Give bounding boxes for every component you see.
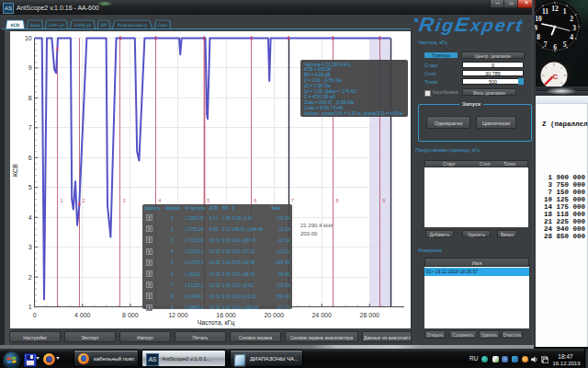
svg-text:1: 1: [563, 7, 567, 16]
svg-text:7: 7: [544, 40, 548, 49]
svg-text:21 290.4 kHz: 21 290.4 kHz: [300, 223, 333, 228]
svg-text:9: 9: [28, 64, 32, 71]
svg-text:3: 3: [28, 244, 32, 250]
svg-text:10: 10: [25, 35, 32, 41]
svg-text:8 000: 8 000: [122, 312, 139, 318]
svg-text:4: 4: [159, 198, 162, 203]
svg-text:7: 7: [28, 124, 32, 131]
svg-text:12: 12: [551, 5, 559, 13]
svg-text:24 000: 24 000: [311, 312, 332, 318]
svg-text:3: 3: [572, 24, 576, 32]
svg-text:4: 4: [570, 33, 573, 41]
svg-text:2: 2: [28, 274, 32, 281]
svg-text:Частота, кГц: Частота, кГц: [198, 319, 235, 327]
svg-text:6: 6: [553, 43, 557, 52]
svg-text:28 000: 28 000: [360, 312, 380, 318]
svg-text:2: 2: [570, 15, 573, 23]
svg-text:C: C: [553, 73, 559, 81]
svg-text:6: 6: [28, 155, 32, 161]
svg-text:5: 5: [207, 198, 209, 203]
svg-text:5: 5: [563, 40, 567, 49]
svg-text:КСВ: КСВ: [12, 164, 18, 177]
svg-text:7: 7: [291, 198, 294, 203]
svg-text:1: 1: [60, 198, 62, 203]
svg-text:2: 2: [83, 198, 85, 203]
svg-text:200.00: 200.00: [300, 231, 318, 236]
svg-text:9: 9: [382, 198, 385, 203]
svg-text:4 000: 4 000: [74, 312, 91, 318]
svg-text:0: 0: [33, 312, 37, 318]
svg-text:1: 1: [28, 304, 32, 310]
svg-text:8: 8: [335, 198, 338, 203]
svg-text:4: 4: [28, 214, 32, 221]
svg-text:6: 6: [254, 198, 257, 203]
svg-text:8: 8: [28, 95, 32, 101]
svg-text:5: 5: [28, 184, 32, 190]
svg-text:3: 3: [123, 198, 126, 203]
